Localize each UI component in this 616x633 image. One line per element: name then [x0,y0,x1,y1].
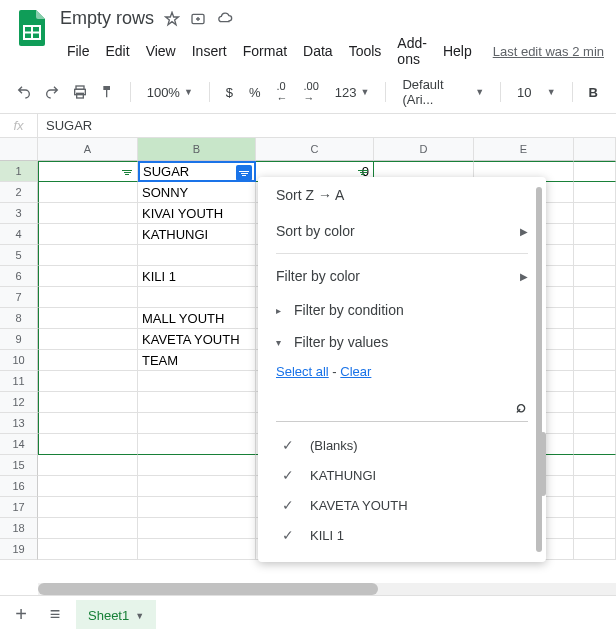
percent-button[interactable]: % [243,85,267,100]
filter-by-color[interactable]: Filter by color▶ [258,258,546,294]
select-all-corner[interactable] [0,138,38,161]
cloud-icon[interactable] [216,11,234,27]
menu-insert[interactable]: Insert [185,39,234,63]
last-edit-link[interactable]: Last edit was 2 min [493,44,604,59]
cell[interactable] [38,350,138,371]
filter-value-item[interactable]: ✓KATHUNGI [276,460,528,490]
row-header[interactable]: 6 [0,266,38,287]
cell[interactable] [138,371,256,392]
number-format-select[interactable]: 123▼ [329,85,376,100]
row-header[interactable]: 9 [0,329,38,350]
cell[interactable] [574,455,616,476]
menu-file[interactable]: File [60,39,97,63]
cell[interactable] [574,287,616,308]
cell[interactable] [38,392,138,413]
zoom-select[interactable]: 100%▼ [141,85,199,100]
cell[interactable] [574,245,616,266]
star-icon[interactable] [164,11,180,27]
row-header[interactable]: 7 [0,287,38,308]
menu-data[interactable]: Data [296,39,340,63]
sheet-menu-icon[interactable]: ▼ [135,611,144,621]
cell[interactable]: SUGAR [138,161,256,182]
cell[interactable] [138,476,256,497]
menu-tools[interactable]: Tools [342,39,389,63]
row-header[interactable]: 12 [0,392,38,413]
sort-by-color[interactable]: Sort by color▶ [258,213,546,249]
cell[interactable] [38,224,138,245]
cell[interactable]: TEAM [138,350,256,371]
cell[interactable] [138,455,256,476]
row-header[interactable]: 16 [0,476,38,497]
row-header[interactable]: 5 [0,245,38,266]
cell[interactable] [38,518,138,539]
sort-za[interactable]: Sort Z → A [258,177,546,213]
row-header[interactable]: 13 [0,413,38,434]
add-sheet-button[interactable]: + [8,602,34,628]
bold-button[interactable]: B [583,85,604,100]
filter-by-values[interactable]: ▾Filter by values [258,326,546,358]
cell[interactable] [38,203,138,224]
cell[interactable] [38,329,138,350]
cell[interactable] [574,329,616,350]
cell[interactable] [38,434,138,455]
row-header[interactable]: 14 [0,434,38,455]
all-sheets-button[interactable]: ≡ [42,602,68,628]
undo-button[interactable] [12,79,36,105]
cell[interactable] [574,182,616,203]
cell[interactable] [574,434,616,455]
row-header[interactable]: 8 [0,308,38,329]
cell[interactable] [38,245,138,266]
cell[interactable] [138,539,256,560]
cell[interactable] [574,518,616,539]
filter-icon[interactable] [236,165,252,181]
cell[interactable]: KATHUNGI [138,224,256,245]
filter-value-item[interactable]: ✓KAVETA YOUTH [276,490,528,520]
cell[interactable] [38,371,138,392]
cell[interactable] [38,476,138,497]
redo-button[interactable] [40,79,64,105]
filter-value-item[interactable]: ✓KILI 1 [276,520,528,550]
cell[interactable] [38,182,138,203]
col-header-E[interactable]: E [474,138,574,161]
menu-view[interactable]: View [139,39,183,63]
clear-link[interactable]: Clear [340,364,371,379]
cell[interactable] [574,539,616,560]
formula-input[interactable]: SUGAR [38,118,92,133]
doc-title[interactable]: Empty rows [60,8,154,29]
row-header[interactable]: 11 [0,371,38,392]
cell[interactable] [574,203,616,224]
cell[interactable] [38,497,138,518]
menu-format[interactable]: Format [236,39,294,63]
cell[interactable]: MALL YOUTH [138,308,256,329]
cell[interactable] [574,350,616,371]
increase-decimal-button[interactable]: .00→ [298,80,325,104]
cell[interactable]: KAVETA YOUTH [138,329,256,350]
row-header[interactable]: 19 [0,539,38,560]
cell[interactable]: KIVAI YOUTH [138,203,256,224]
cell[interactable] [38,455,138,476]
row-header[interactable]: 15 [0,455,38,476]
cell[interactable] [574,371,616,392]
col-header-A[interactable]: A [38,138,138,161]
filter-icon[interactable] [119,164,135,180]
move-icon[interactable] [190,11,206,27]
cell[interactable] [38,266,138,287]
col-header-F[interactable] [574,138,616,161]
cell[interactable] [574,308,616,329]
cell[interactable] [138,434,256,455]
cell[interactable] [138,392,256,413]
filter-search[interactable]: ⌕ [276,393,528,422]
menu-edit[interactable]: Edit [99,39,137,63]
cell[interactable] [574,224,616,245]
sheets-logo[interactable] [12,8,52,48]
filter-search-input[interactable] [278,400,516,415]
cell[interactable] [138,287,256,308]
cell[interactable] [574,392,616,413]
cell[interactable] [574,413,616,434]
print-button[interactable] [68,79,92,105]
cell[interactable] [138,518,256,539]
row-header[interactable]: 3 [0,203,38,224]
cell[interactable] [574,497,616,518]
cell[interactable] [38,308,138,329]
cell[interactable]: SONNY [138,182,256,203]
